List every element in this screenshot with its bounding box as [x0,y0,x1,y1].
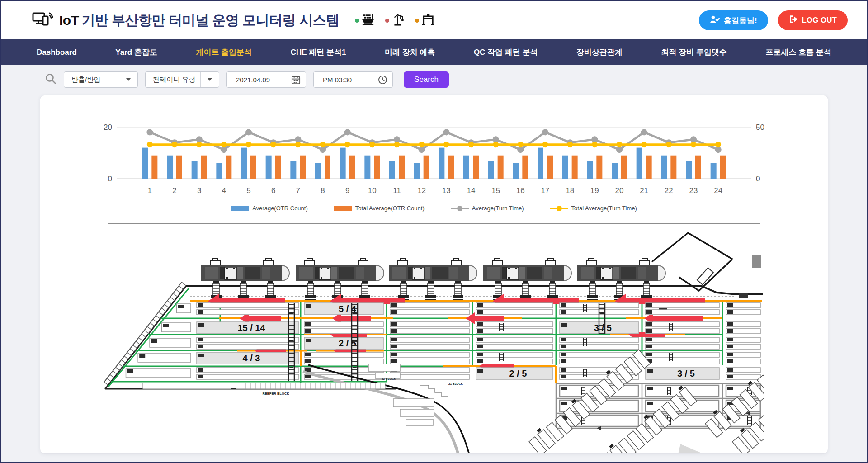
reefer-block-label: REEFER BLOCK [262,392,289,396]
user-button[interactable]: 홍길동님! [699,10,768,30]
svg-text:23: 23 [689,186,698,195]
logout-button[interactable]: LOG OUT [778,10,848,30]
logout-icon [789,15,798,26]
quay-crane-status-dot [385,19,389,23]
clock-icon [373,75,392,85]
svg-text:2: 2 [172,186,176,195]
page-title: IoT기반 부산항만 터미널 운영 모니터링 시스템 [59,11,340,30]
svg-text:20: 20 [615,186,624,195]
yard-ratio-label: 3 / 5 [677,369,695,378]
app-header: IoT기반 부산항만 터미널 운영 모니터링 시스템 [1,1,867,39]
filter-bar: 반출/반입 컨테이너 유형 2021.04.09 PM 03:30 [1,65,867,93]
nav-item-0[interactable]: Dashboard [37,48,77,57]
legend-label: Average(OTR Count) [252,205,308,212]
svg-text:15: 15 [491,186,500,195]
block-label: 22 BLOCK [382,377,396,380]
chevron-down-icon [126,78,131,81]
svg-text:24: 24 [714,186,722,195]
harbor-crane-icon [392,14,404,28]
ship-icon [362,14,374,27]
nav-item-5[interactable]: QC 작업 패턴 분석 [474,47,538,57]
vessel-status [355,14,374,27]
svg-text:16: 16 [516,186,525,195]
yard-ratio-label: 3 / 5 [594,323,612,333]
content-card: 2005001234567891011121314151617181920212… [40,95,828,454]
legend-item-1: Total Average(OTR Count) [334,205,425,212]
yard-crane-status [415,14,434,27]
nav-item-1[interactable]: Yard 혼잡도 [115,47,157,57]
nav-item-7[interactable]: 최적 장비 투입댓수 [661,47,727,57]
iot-device-icon [32,11,53,30]
svg-text:7: 7 [296,186,300,195]
equipment-status-icons [355,14,434,28]
legend-label: Total Average(Turn Time) [571,205,637,212]
chart-legend: Average(OTR Count)Total Average(OTR Coun… [40,205,828,212]
svg-text:17: 17 [541,186,550,195]
terminal-map: 15 / 144 / 35 / 42 / 52 / 53 / 53 / 5REE… [104,229,764,454]
svg-text:19: 19 [590,186,599,195]
svg-text:5: 5 [246,186,250,195]
yard-ratio-label: 4 / 3 [243,353,260,363]
svg-text:12: 12 [417,186,426,195]
date-input[interactable]: 2021.04.09 [226,71,306,88]
svg-text:0: 0 [108,175,112,183]
yard-ratio-label: 15 / 14 [237,323,265,333]
search-button[interactable]: Search [404,71,449,88]
nav-item-2[interactable]: 게이트 출입분석 [196,47,252,57]
user-check-icon [710,15,720,26]
chevron-down-icon [208,78,212,81]
legend-label: Average(Turn Time) [472,205,524,212]
svg-text:6: 6 [271,186,275,195]
svg-text:21: 21 [640,186,648,195]
nav-item-8[interactable]: 프로세스 흐름 분석 [766,47,831,57]
svg-text:10: 10 [368,186,377,195]
section-divider [108,223,760,224]
svg-text:50: 50 [756,123,764,132]
vessel-status-dot [355,19,359,23]
yard-ratio-label: 2 / 5 [339,338,356,348]
svg-text:11: 11 [393,186,401,195]
svg-text:18: 18 [566,186,574,195]
legend-item-2: Average(Turn Time) [451,205,524,212]
time-input[interactable]: PM 03:30 [313,71,393,88]
search-icon [45,73,57,86]
gantry-crane-icon [422,14,434,27]
nav-item-6[interactable]: 장비상관관계 [576,47,623,57]
svg-text:3: 3 [197,186,201,195]
yard-crane-status-dot [415,19,419,23]
quay-crane-status [385,14,404,28]
svg-text:8: 8 [321,186,325,195]
main-nav: DashboardYard 혼잡도게이트 출입분석CHE 패턴 분석1미래 장치… [1,39,867,65]
svg-text:14: 14 [467,186,476,195]
svg-text:9: 9 [345,186,349,195]
gate-io-chart: 2005001234567891011121314151617181920212… [104,113,764,198]
legend-label: Total Average(OTR Count) [355,205,425,212]
svg-text:1: 1 [148,186,152,195]
gate-direction-select[interactable]: 반출/반입 [64,71,138,88]
calendar-icon [286,75,306,85]
svg-text:22: 22 [665,186,673,195]
nav-item-3[interactable]: CHE 패턴 분석1 [291,47,346,57]
svg-text:0: 0 [756,175,760,183]
legend-item-3: Total Average(Turn Time) [550,205,637,212]
svg-text:13: 13 [442,186,451,195]
nav-item-4[interactable]: 미래 장치 예측 [385,47,435,57]
svg-text:4: 4 [222,186,226,195]
block-label: 21 BLOCK [448,382,463,385]
container-type-select[interactable]: 컨테이너 유형 [145,71,219,88]
legend-item-0: Average(OTR Count) [231,205,308,212]
svg-text:20: 20 [104,123,112,132]
yard-ratio-label: 2 / 5 [509,369,527,378]
